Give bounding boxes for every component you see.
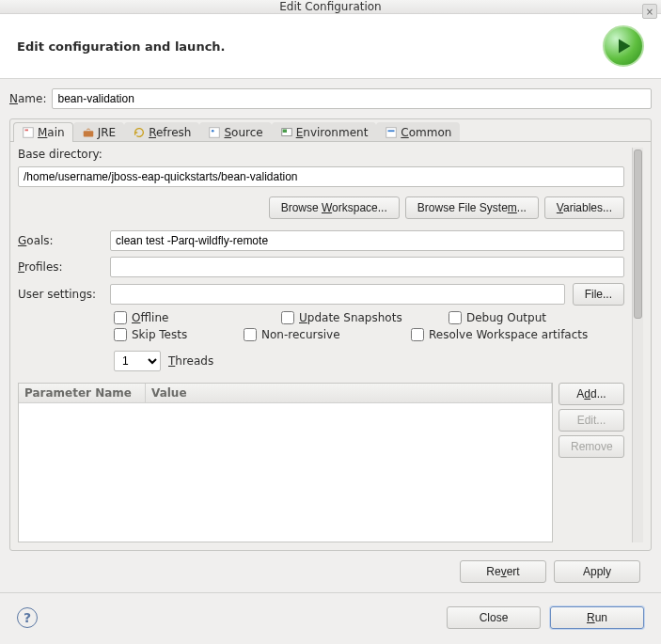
debug-output-checkbox[interactable]: Debug Output [449,311,599,324]
svg-point-5 [212,130,214,133]
threads-select[interactable]: 1 [114,351,161,371]
base-dir-input[interactable] [18,166,624,187]
source-icon [208,126,221,139]
main-area: Name: Main JRE Refresh Source Envir [0,79,661,592]
checkbox-group: Offline Update Snapshots Debug Output Sk… [110,311,624,341]
svg-rect-9 [388,130,395,132]
run-button[interactable]: Run [550,606,644,629]
window-title: Edit Configuration [279,0,381,13]
revert-button[interactable]: Revert [460,560,546,583]
tab-environment[interactable]: Environment [272,122,377,142]
svg-rect-3 [83,131,93,136]
scrollbar[interactable] [632,148,643,542]
name-row: Name: [9,88,652,109]
panel-footer: Revert Apply [9,551,652,592]
tab-main-content: Base directory: Browse Workspace... Brow… [18,148,632,542]
skip-tests-checkbox[interactable]: Skip Tests [114,328,227,341]
header-band: Edit configuration and launch. [0,14,661,79]
scrollbar-thumb[interactable] [634,149,642,319]
user-settings-label: User settings: [18,288,102,301]
goals-input[interactable] [110,230,624,251]
offline-checkbox[interactable]: Offline [114,311,264,324]
svg-rect-2 [25,130,29,132]
help-icon[interactable]: ? [17,607,38,628]
titlebar: Edit Configuration × [0,0,661,14]
remove-button: Remove [559,435,624,458]
page-title: Edit configuration and launch. [17,39,226,54]
config-panel: Main JRE Refresh Source Environment Comm… [9,118,652,551]
svg-rect-7 [282,130,286,134]
refresh-icon [133,126,146,139]
variables-button[interactable]: Variables... [544,196,624,219]
browse-filesystem-button[interactable]: Browse File System... [405,196,539,219]
browse-workspace-button[interactable]: Browse Workspace... [269,196,400,219]
tab-source[interactable]: Source [199,122,271,142]
tab-main[interactable]: Main [13,122,73,142]
threads-label: Threads [168,354,213,368]
name-input[interactable] [52,88,652,109]
base-dir-buttons: Browse Workspace... Browse File System..… [18,196,624,219]
col-parameter-name: Parameter Name [19,384,146,402]
tab-body: Base directory: Browse Workspace... Brow… [10,141,651,550]
tab-bar: Main JRE Refresh Source Environment Comm… [10,119,651,142]
jre-icon [82,126,95,139]
base-dir-label: Base directory: [18,148,624,161]
tab-refresh[interactable]: Refresh [124,122,199,142]
add-button[interactable]: Add... [559,383,624,405]
apply-button[interactable]: Apply [554,560,640,583]
threads-row: 1 Threads [110,351,624,371]
close-button[interactable]: Close [447,606,541,629]
parameters-area: Parameter Name Value Add... Edit... Remo… [18,383,624,542]
parameters-table[interactable]: Parameter Name Value [18,383,553,542]
close-icon[interactable]: × [642,4,657,19]
environment-icon [280,126,293,139]
svg-rect-4 [210,128,220,138]
form-grid: Goals: Profiles: User settings: File... … [18,230,624,371]
user-settings-input[interactable] [110,284,565,305]
edit-button: Edit... [559,409,624,432]
col-value: Value [146,384,552,402]
main-icon [22,126,35,139]
profiles-input[interactable] [110,257,624,277]
svg-marker-0 [619,39,631,54]
common-icon [385,126,398,139]
profiles-label: Profiles: [18,260,102,274]
update-snapshots-checkbox[interactable]: Update Snapshots [281,311,432,324]
bottom-bar: ? Close Run [0,592,661,644]
table-header: Parameter Name Value [19,384,552,403]
svg-rect-8 [386,128,397,138]
tab-common[interactable]: Common [376,122,460,142]
run-orb-icon [603,25,644,67]
non-recursive-checkbox[interactable]: Non-recursive [244,328,394,341]
tab-jre[interactable]: JRE [73,122,124,142]
goals-label: Goals: [18,234,102,247]
resolve-workspace-checkbox[interactable]: Resolve Workspace artifacts [411,328,618,341]
file-button[interactable]: File... [573,283,624,306]
parameter-buttons: Add... Edit... Remove [559,383,624,542]
svg-rect-1 [24,128,34,138]
name-label: Name: [9,92,46,105]
